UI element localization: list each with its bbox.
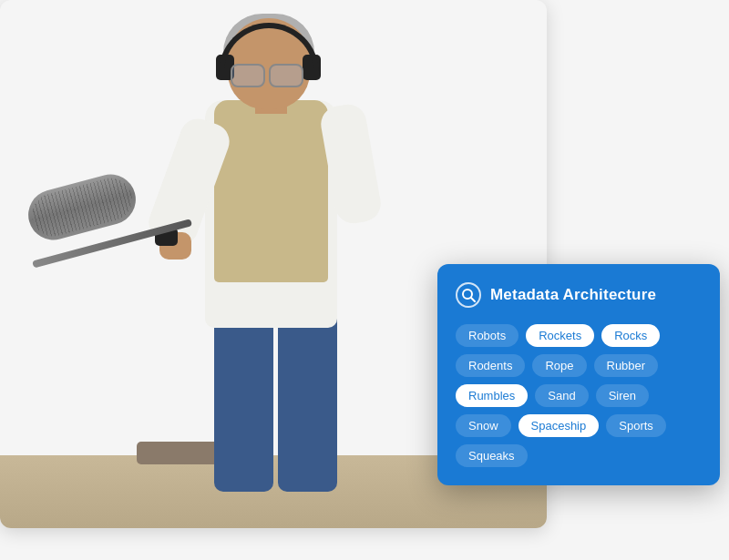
search-icon: [456, 282, 481, 308]
tag-rubber[interactable]: Rubber: [594, 354, 659, 377]
tag-siren[interactable]: Siren: [596, 384, 649, 407]
tag-robots[interactable]: Robots: [456, 324, 519, 347]
leg-right: [278, 310, 337, 492]
tag-rocks[interactable]: Rocks: [601, 324, 660, 347]
tag-rodents[interactable]: Rodents: [456, 354, 525, 377]
card-title: Metadata Architecture: [490, 286, 656, 304]
tag-snow[interactable]: Snow: [456, 414, 511, 437]
boom-mic: [27, 182, 210, 328]
tag-sports[interactable]: Sports: [606, 414, 666, 437]
tag-rockets[interactable]: Rockets: [526, 324, 594, 347]
tag-rumbles[interactable]: Rumbles: [456, 384, 528, 407]
svg-line-1: [471, 298, 475, 301]
leg-left: [214, 310, 273, 492]
tag-spaceship[interactable]: Spaceship: [519, 414, 600, 437]
tag-sand[interactable]: Sand: [535, 384, 588, 407]
main-scene: Metadata Architecture RobotsRocketsRocks…: [0, 0, 729, 560]
vest: [214, 100, 328, 282]
tags-container: RobotsRocketsRocksRodentsRopeRubberRumbl…: [456, 324, 702, 467]
glasses: [231, 64, 303, 84]
metadata-card: Metadata Architecture RobotsRocketsRocks…: [437, 264, 720, 485]
card-header: Metadata Architecture: [456, 282, 702, 308]
mic-body: [23, 168, 141, 245]
tag-squeaks[interactable]: Squeaks: [456, 444, 528, 467]
tag-rope[interactable]: Rope: [532, 354, 586, 377]
